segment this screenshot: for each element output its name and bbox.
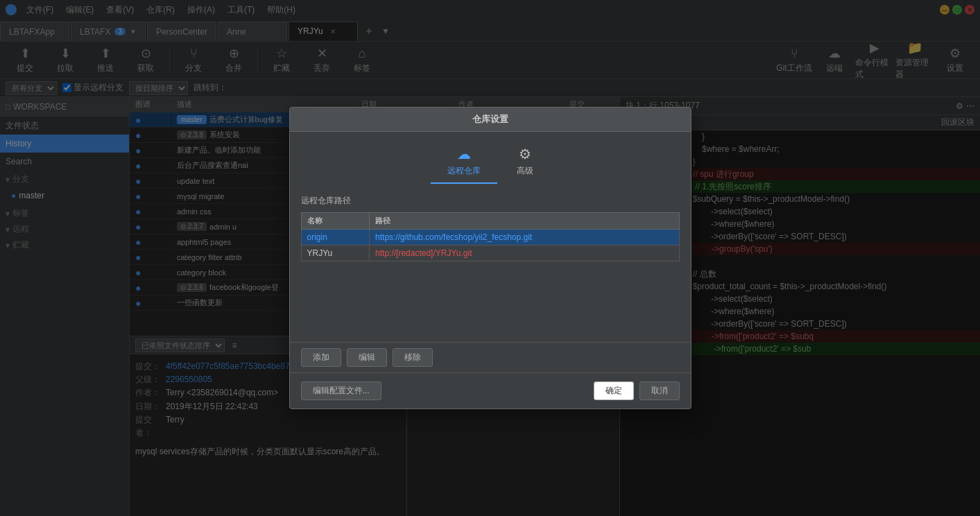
modal-col-header: 路径 xyxy=(370,213,679,230)
modal-add-button[interactable]: 添加 xyxy=(301,348,341,367)
modal-tab-icon-0: ☁ xyxy=(457,146,471,162)
remote-path-cell: http://[redacted]/YRJYu.git xyxy=(370,246,679,261)
modal-title: 仓库设置 xyxy=(290,108,691,132)
modal-edit-button[interactable]: 编辑 xyxy=(347,348,387,367)
modal-table-row[interactable]: YRJYu http://[redacted]/YRJYu.git xyxy=(301,246,679,261)
modal-tab-0[interactable]: ☁ 远程仓库 xyxy=(431,140,497,184)
modal-remove-button[interactable]: 移除 xyxy=(393,348,433,367)
modal-overlay[interactable]: 仓库设置 ☁ 远程仓库 ⚙ 高级 远程仓库路径 名称路径 origin http… xyxy=(0,0,980,516)
modal-config-file-button[interactable]: 编辑配置文件... xyxy=(301,381,381,400)
modal-ok-button[interactable]: 确定 xyxy=(594,381,634,400)
remote-name-cell: YRJYu xyxy=(301,246,370,261)
modal-cancel-button[interactable]: 取消 xyxy=(639,381,680,400)
modal-col-header: 名称 xyxy=(301,213,370,230)
remote-name-cell: origin xyxy=(301,230,370,246)
modal-body: 远程仓库路径 名称路径 origin https://github.com/fe… xyxy=(290,184,691,342)
modal-tab-icon-1: ⚙ xyxy=(519,146,531,162)
modal-remote-table: 名称路径 origin https://github.com/fecshop/y… xyxy=(301,212,680,261)
modal-footer-actions: 添加 编辑 移除 xyxy=(290,342,691,372)
remote-path-cell: https://github.com/fecshop/yii2_fecshop.… xyxy=(370,230,679,246)
modal-tabs: ☁ 远程仓库 ⚙ 高级 xyxy=(290,132,691,184)
repo-settings-modal: 仓库设置 ☁ 远程仓库 ⚙ 高级 远程仓库路径 名称路径 origin http… xyxy=(289,107,691,409)
modal-section-title: 远程仓库路径 xyxy=(301,195,680,207)
modal-tab-label-0: 远程仓库 xyxy=(447,165,481,177)
modal-tab-1[interactable]: ⚙ 高级 xyxy=(500,140,550,184)
modal-table-row[interactable]: origin https://github.com/fecshop/yii2_f… xyxy=(301,230,679,246)
modal-confirm-actions: 确定 取消 xyxy=(594,381,680,400)
modal-footer-main: 编辑配置文件... 确定 取消 xyxy=(290,372,691,409)
modal-tab-label-1: 高级 xyxy=(517,165,533,177)
modal-empty-space xyxy=(301,261,680,331)
